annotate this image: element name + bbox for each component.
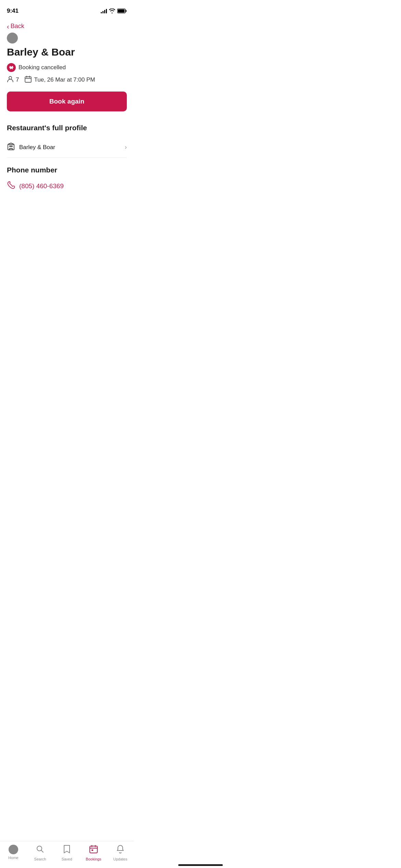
booking-status: Booking cancelled	[7, 63, 127, 72]
battery-icon	[117, 9, 127, 13]
back-button[interactable]: ‹ Back	[0, 17, 134, 33]
back-chevron-icon: ‹	[7, 23, 9, 30]
restaurant-link-left: Barley & Boar	[7, 142, 55, 153]
svg-rect-7	[11, 146, 12, 147]
svg-rect-5	[8, 144, 14, 150]
svg-rect-4	[25, 77, 31, 82]
phone-number: (805) 460-6369	[19, 182, 64, 190]
restaurant-link-name: Barley & Boar	[19, 144, 55, 151]
svg-rect-2	[118, 10, 125, 13]
avatar	[7, 33, 18, 44]
back-label: Back	[11, 23, 24, 30]
main-content: Barley & Boar Booking cancelled 7	[0, 46, 134, 193]
svg-point-3	[9, 76, 12, 79]
calendar-icon	[24, 75, 32, 85]
building-icon	[7, 142, 15, 153]
phone-section-title: Phone number	[7, 166, 127, 174]
restaurant-profile-link[interactable]: Barley & Boar ›	[7, 137, 127, 158]
booking-datetime: Tue, 26 Mar at 7:00 PM	[34, 76, 95, 83]
datetime-detail: Tue, 26 Mar at 7:00 PM	[24, 75, 95, 85]
booking-status-text: Booking cancelled	[19, 64, 66, 71]
guests-icon	[7, 76, 14, 84]
book-again-button[interactable]: Book again	[7, 92, 127, 111]
phone-section: Phone number (805) 460-6369	[7, 166, 127, 193]
guests-count: 7	[16, 76, 19, 83]
booking-details: 7 Tue, 26 Mar at 7:00 PM	[7, 75, 127, 85]
phone-icon	[7, 181, 15, 191]
phone-row[interactable]: (805) 460-6369	[7, 180, 127, 193]
chevron-right-icon: ›	[125, 144, 127, 151]
status-time: 9:41	[7, 8, 19, 14]
restaurant-title: Barley & Boar	[7, 46, 127, 58]
full-profile-section: Restaurant's full profile Barley & Boar …	[7, 124, 127, 158]
wifi-icon	[109, 9, 115, 13]
svg-rect-6	[10, 146, 11, 147]
cancel-icon	[7, 63, 16, 72]
signal-icon	[101, 9, 107, 13]
status-icons	[101, 9, 127, 13]
guests-detail: 7	[7, 76, 19, 84]
full-profile-title: Restaurant's full profile	[7, 124, 127, 132]
svg-rect-1	[126, 10, 127, 12]
status-bar: 9:41	[0, 0, 134, 17]
